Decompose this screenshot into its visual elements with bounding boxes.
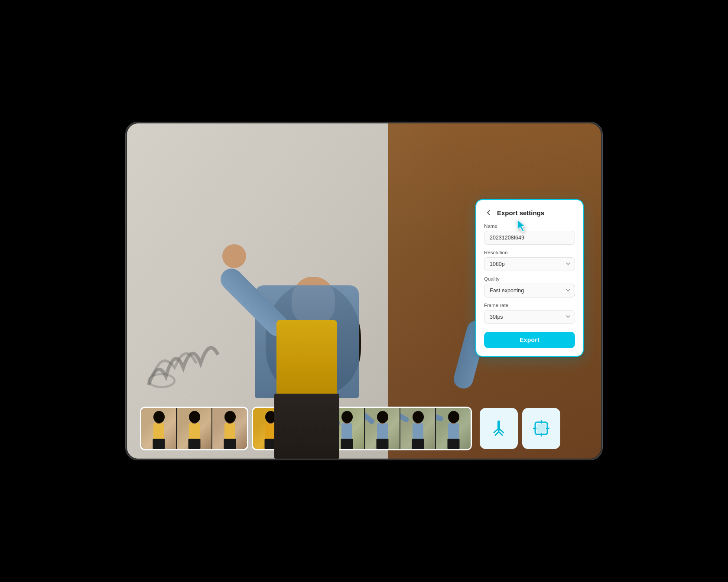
device-frame: Export settings Name Resolution 720p 108… [126,122,602,460]
frame-rate-label: Frame rate [484,303,575,308]
frame-rate-select-wrapper: 24fps 30fps 60fps [484,310,575,324]
resolution-select-wrapper: 720p 1080p 2K 4K [484,257,575,271]
frame-rate-select[interactable]: 24fps 30fps 60fps [484,310,575,324]
thumbnail-group-1[interactable] [140,407,248,450]
quality-field-group: Quality Fast exporting High quality Best… [484,276,575,297]
thumbnail-8[interactable] [400,408,435,449]
graffiti-decoration [140,307,227,394]
resolution-select[interactable]: 720p 1080p 2K 4K [484,257,575,271]
bottom-thumbnail-strip [127,398,601,459]
export-settings-panel: Export settings Name Resolution 720p 108… [475,199,584,357]
export-button[interactable]: Export [484,332,575,348]
back-button[interactable] [484,208,494,217]
crop-icon [532,419,551,438]
action-buttons-container [480,408,560,449]
split-icon [489,419,508,438]
name-input[interactable] [484,231,575,245]
frame-rate-field-group: Frame rate 24fps 30fps 60fps [484,303,575,324]
resolution-field-group: Resolution 720p 1080p 2K 4K [484,250,575,271]
name-field-group: Name [484,223,575,245]
svg-rect-3 [537,424,546,433]
resolution-label: Resolution [484,250,575,255]
panel-header: Export settings [484,208,575,217]
quality-select[interactable]: Fast exporting High quality Best quality [484,284,575,297]
crop-button[interactable] [522,408,560,449]
svg-point-0 [149,374,175,387]
thumbnail-1[interactable] [141,408,176,449]
thumbnail-3[interactable] [212,408,247,449]
thumbnail-2[interactable] [177,408,211,449]
thumbnail-group-3[interactable] [328,407,472,450]
thumbnail-7[interactable] [365,408,400,449]
name-label: Name [484,223,575,229]
quality-select-wrapper: Fast exporting High quality Best quality [484,284,575,297]
panel-title: Export settings [497,209,544,217]
main-content: Export settings Name Resolution 720p 108… [127,123,601,459]
split-button[interactable] [480,408,518,449]
quality-label: Quality [484,276,575,281]
thumbnail-9[interactable] [436,408,471,449]
